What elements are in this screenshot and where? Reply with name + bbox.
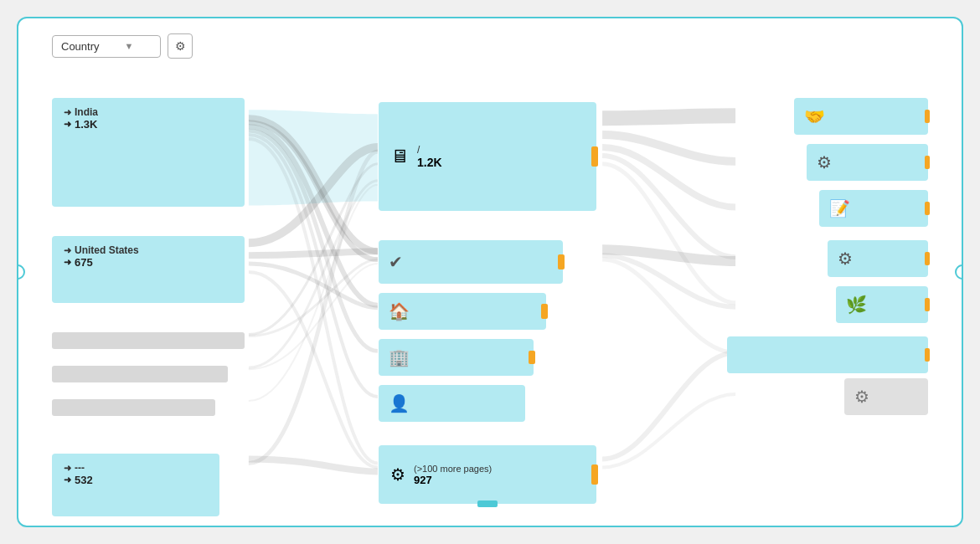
dropdown-arrow-icon: ▼	[125, 41, 134, 51]
tree-icon: 🌿	[846, 295, 867, 315]
right-circle-indicator	[955, 264, 963, 280]
right-node-6[interactable]	[727, 336, 928, 373]
building-icon: 🏢	[389, 347, 410, 367]
orange-tab-more	[591, 464, 598, 485]
orange-tab-r1	[925, 110, 930, 123]
arrow-icon6: ➜	[64, 475, 71, 485]
slash-page-icon: 🖥	[390, 146, 409, 167]
check-icon: ✔	[389, 252, 403, 272]
person-icon: 👤	[389, 393, 410, 413]
home-icon: 🏠	[389, 301, 410, 321]
orange-tab-check	[558, 254, 565, 269]
country-dropdown[interactable]: Country ▼	[52, 35, 161, 58]
more-pages-icon: ⚙	[390, 464, 405, 485]
orange-tab-r4	[925, 252, 930, 265]
right-node-4[interactable]: ⚙	[828, 240, 928, 277]
left-node-india[interactable]: ➜ India ➜ 1.3K	[52, 98, 245, 207]
mid-node-building[interactable]: 🏢	[379, 339, 534, 376]
sankey-chart: Country ▼ ⚙	[17, 17, 963, 527]
orange-tab-r3	[925, 202, 930, 215]
left-node-small-1	[52, 332, 245, 349]
us-label: ➜ United States	[64, 244, 233, 256]
arrow-icon: ➜	[64, 107, 71, 118]
gear4-icon: ⚙	[854, 387, 869, 407]
mid-node-more-pages[interactable]: ⚙ (>100 more pages) 927	[379, 445, 596, 504]
other-label: ➜ ---	[64, 462, 208, 474]
slash-label: /	[417, 144, 442, 156]
arrow-icon2: ➜	[64, 119, 71, 130]
orange-tab-building	[529, 351, 535, 364]
more-pages-value: 927	[414, 474, 492, 486]
dropdown-label: Country	[61, 40, 100, 53]
edit-icon: 📝	[829, 198, 850, 218]
blue-tab-more	[477, 500, 498, 507]
right-node-7[interactable]: ⚙	[844, 378, 928, 415]
left-node-small-2	[52, 366, 228, 382]
left-node-other[interactable]: ➜ --- ➜ 532	[52, 454, 219, 516]
more-pages-label: (>100 more pages)	[414, 464, 492, 474]
right-node-5[interactable]: 🌿	[836, 286, 928, 323]
right-node-2[interactable]: ⚙	[807, 144, 928, 181]
orange-tab-r5	[925, 298, 930, 311]
india-value: ➜ 1.3K	[64, 118, 233, 131]
mid-node-person[interactable]: 👤	[379, 385, 525, 422]
other-value: ➜ 532	[64, 474, 208, 486]
us-value: ➜ 675	[64, 256, 233, 269]
mid-node-slash[interactable]: 🖥 / 1.2K	[379, 102, 596, 211]
mid-node-home[interactable]: 🏠	[379, 293, 546, 330]
gear2-icon: ⚙	[817, 152, 832, 172]
arrow-icon3: ➜	[64, 245, 71, 256]
gear-icon: ⚙	[175, 39, 186, 53]
left-node-united-states[interactable]: ➜ United States ➜ 675	[52, 236, 245, 303]
india-label: ➜ India	[64, 106, 233, 118]
slash-value: 1.2K	[417, 156, 442, 169]
arrow-icon4: ➜	[64, 257, 71, 268]
left-node-small-3	[52, 399, 215, 416]
settings-button[interactable]: ⚙	[168, 33, 193, 59]
header-controls: Country ▼ ⚙	[52, 33, 193, 59]
orange-tab-slash	[591, 146, 598, 167]
orange-tab-r2	[925, 156, 930, 169]
mid-node-check[interactable]: ✔	[379, 240, 563, 284]
orange-tab-home	[541, 304, 548, 319]
right-node-3[interactable]: 📝	[819, 190, 928, 227]
orange-tab-r6	[925, 348, 930, 362]
gear3-icon: ⚙	[838, 249, 853, 269]
left-circle-indicator	[17, 264, 25, 280]
handshake-icon: 🤝	[804, 106, 825, 126]
arrow-icon5: ➜	[64, 463, 71, 474]
right-node-1[interactable]: 🤝	[794, 98, 928, 135]
